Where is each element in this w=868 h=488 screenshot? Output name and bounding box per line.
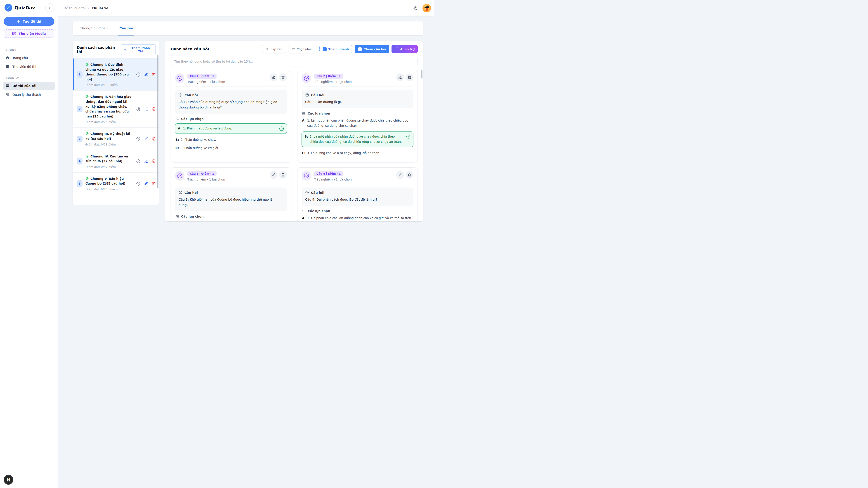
sidebar-collapse-button[interactable] <box>45 3 54 12</box>
section-edit-button[interactable] <box>144 181 149 186</box>
sections-scrollbar-thumb[interactable] <box>157 55 158 188</box>
sidebar-item-exam-library[interactable]: Thư viện đề thi <box>3 63 55 71</box>
question-edit-button[interactable] <box>270 171 277 179</box>
section-number-badge: 4 <box>76 158 83 164</box>
visibility-icon[interactable] <box>86 63 89 66</box>
visibility-icon[interactable] <box>86 155 89 158</box>
add-question-button[interactable]: Thêm câu hỏi <box>355 45 389 53</box>
question-type-icon <box>175 171 184 181</box>
sidebar-item-home[interactable]: Trang chủ <box>3 54 55 62</box>
theme-toggle-button[interactable] <box>411 4 420 12</box>
section-edit-button[interactable] <box>144 72 149 77</box>
question-type: Trắc nghiệm - 1 lựa chọn <box>314 177 393 181</box>
section-score: Điểm đạt: 0/37 điểm <box>86 165 133 168</box>
question-type: Trắc nghiệm - 1 lựa chọn <box>314 80 393 84</box>
tab-basic-info[interactable]: Thông tin cơ bản <box>79 22 109 35</box>
section-delete-button[interactable] <box>151 159 156 164</box>
sections-panel: Danh sách các phần thi Thêm Phần Thi 1 C… <box>73 41 159 205</box>
section-settings-button[interactable] <box>136 107 141 111</box>
question-edit-button[interactable] <box>270 73 277 81</box>
trash-icon <box>152 72 156 76</box>
tab-questions[interactable]: Câu hỏi <box>118 22 134 35</box>
section-edit-button[interactable] <box>144 136 149 141</box>
option-a-correct: A: 1. Khổ giới hạn của đường bộ là khoản… <box>175 221 287 221</box>
trash-icon <box>152 107 156 111</box>
checklist-icon <box>176 215 179 218</box>
section-number-badge: 2 <box>76 106 83 112</box>
question-edit-button[interactable] <box>396 73 404 81</box>
question-box: Câu hỏi Câu 4: Dải phân cách được lắp đặ… <box>302 188 413 206</box>
section-settings-button[interactable] <box>136 159 141 164</box>
quick-add-button[interactable]: Thêm nhanh <box>319 45 352 53</box>
sidebar-group-chung: CHUNG <box>0 43 58 53</box>
question-box: Câu hỏi Câu 1: Phần của đường bộ được sử… <box>175 90 287 113</box>
question-card-2: Câu 2 | Điểm - 1 Trắc nghiệm - 1 lựa chọ… <box>297 70 418 162</box>
option-b: B: 2. Phần đường xe chạy. <box>176 137 286 142</box>
store-icon <box>5 65 9 69</box>
create-exam-button[interactable]: Tạo đề thi <box>4 17 54 26</box>
media-library-button[interactable]: Thư viện Media <box>4 29 54 38</box>
gear-icon <box>136 137 141 141</box>
visibility-icon[interactable] <box>86 132 89 135</box>
image-icon <box>12 31 16 36</box>
option-a: A: 1. Để phân chia các làn đường dành ch… <box>302 216 413 221</box>
trash-icon <box>152 159 156 163</box>
question-badge: Câu 1 | Điểm - 1 <box>187 74 217 78</box>
section-delete-button[interactable] <box>151 107 156 111</box>
plus-square-icon <box>323 47 327 51</box>
section-edit-button[interactable] <box>144 107 149 111</box>
section-score: Điểm đạt: 0/58 điểm <box>86 143 133 146</box>
magic-wand-icon <box>395 47 398 51</box>
section-item-4[interactable]: 4 Chương IV. Cấu tạo và sửa chữa (37 câu… <box>73 150 159 172</box>
question-type: Trắc nghiệm - 1 lựa chọn <box>187 177 267 181</box>
correct-check-icon <box>279 126 284 131</box>
trash-icon <box>408 173 411 177</box>
logo-check-icon <box>4 4 12 11</box>
pencil-icon <box>144 159 148 163</box>
section-item-3[interactable]: 3 Chương III. Kỹ thuật lái xe (58 câu hỏ… <box>73 127 159 150</box>
section-settings-button[interactable] <box>136 181 141 186</box>
questions-scrollbar-thumb[interactable] <box>421 70 423 78</box>
question-delete-button[interactable] <box>406 73 413 81</box>
section-number-badge: 3 <box>76 135 83 142</box>
question-search-input[interactable] <box>170 57 418 66</box>
ai-assist-button[interactable]: AI hỗ trợ <box>392 45 418 53</box>
multi-select-button[interactable]: Chọn nhiều <box>288 45 317 53</box>
user-avatar[interactable] <box>423 4 431 12</box>
visibility-icon[interactable] <box>86 95 89 98</box>
question-text: Câu 2: Làn đường là gì? <box>305 99 410 105</box>
trash-icon <box>152 182 156 186</box>
archive-icon <box>5 84 9 88</box>
section-item-1[interactable]: 1 Chương I. Quy định chung và quy tắc gi… <box>73 58 159 90</box>
section-settings-button[interactable] <box>136 72 141 77</box>
question-delete-button[interactable] <box>406 171 413 179</box>
gear-icon <box>136 72 141 76</box>
question-box: Câu hỏi Câu 2: Làn đường là gì? <box>302 90 413 108</box>
sections-panel-title: Danh sách các phần thi <box>77 46 121 54</box>
app-logo[interactable]: QuizDav <box>4 4 35 11</box>
sort-button[interactable]: Sắp xếp <box>262 45 286 53</box>
pencil-icon <box>144 72 148 76</box>
question-type-icon <box>175 73 184 83</box>
option-a-correct: A: 1. Phần mặt đường và lề đường. <box>175 123 287 134</box>
sun-icon <box>413 6 418 11</box>
question-edit-button[interactable] <box>396 171 404 179</box>
add-section-button[interactable]: Thêm Phần Thi <box>121 44 156 55</box>
question-circle-icon <box>179 191 182 195</box>
section-score: Điểm đạt: 0/180 điểm <box>86 83 133 87</box>
sidebar-item-challenges[interactable]: Quản lý thử thách <box>3 91 55 99</box>
breadcrumb-parent[interactable]: Đề thi của tôi <box>64 6 86 10</box>
section-item-2[interactable]: 2 Chương II. Văn hóa giao thông, đạo đức… <box>73 90 159 127</box>
question-delete-button[interactable] <box>279 171 287 179</box>
pencil-icon <box>272 75 275 79</box>
question-delete-button[interactable] <box>279 73 287 81</box>
section-delete-button[interactable] <box>151 72 156 77</box>
sidebar-item-my-exams[interactable]: Đề thi của tôi <box>3 82 55 90</box>
section-item-5[interactable]: 5 Chương V. Báo hiệu đường bộ (185 câu h… <box>73 172 159 195</box>
section-delete-button[interactable] <box>151 181 156 186</box>
section-settings-button[interactable] <box>136 136 141 141</box>
visibility-icon[interactable] <box>86 177 89 180</box>
sidebar-group-quanly: QUẢN LÝ <box>0 71 58 81</box>
section-edit-button[interactable] <box>144 159 149 164</box>
section-delete-button[interactable] <box>151 136 156 141</box>
